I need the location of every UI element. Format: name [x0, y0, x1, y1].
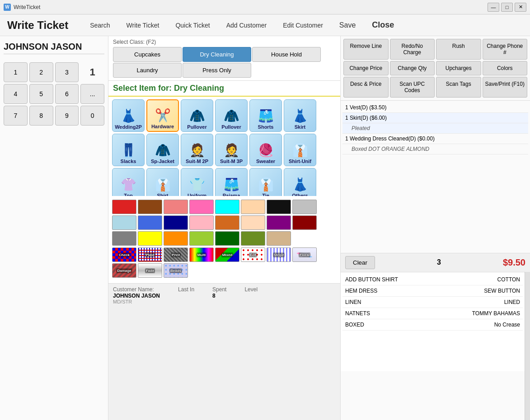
action-change-qty[interactable]: Change Qty — [390, 61, 435, 75]
action-save-print--f10-[interactable]: Save/Print (F10) — [483, 77, 528, 98]
pattern-multi[interactable]: Multi — [189, 247, 214, 262]
action-change-phone--[interactable]: Change Phone # — [483, 39, 528, 60]
pattern-fade[interactable]: Fade — [138, 263, 162, 278]
menu-save[interactable]: Save — [336, 19, 359, 31]
close-window-button[interactable]: ✕ — [515, 3, 526, 12]
scrollbar[interactable] — [525, 272, 530, 420]
color-swatch-yellowgreen[interactable] — [189, 231, 214, 246]
item-top[interactable]: 👚Top — [112, 168, 145, 196]
numpad-ellipsis[interactable]: ... — [80, 84, 104, 104]
color-swatch-peachpuff[interactable] — [241, 215, 265, 230]
item-tie[interactable]: 👔Tie — [249, 168, 282, 196]
pattern-check[interactable]: Check — [112, 247, 136, 262]
numpad-1[interactable]: 1 — [4, 62, 28, 82]
color-swatch-salmon[interactable] — [164, 200, 188, 214]
item-sp-jacket[interactable]: 🧥Sp-Jacket — [146, 134, 179, 166]
minimize-button[interactable]: — — [488, 3, 499, 12]
item-suit-m-3p[interactable]: 🤵Suit-M 3P — [215, 134, 248, 166]
action-colors[interactable]: Colors — [483, 61, 528, 75]
numpad-9[interactable]: 9 — [55, 106, 79, 126]
pattern-beads[interactable]: Beads — [164, 263, 188, 278]
item-shirt-unif[interactable]: 👔Shirt-Unif — [284, 134, 316, 166]
color-swatch-lightblue[interactable] — [112, 215, 136, 230]
color-swatch-silver[interactable] — [292, 200, 317, 214]
item-hardware[interactable]: ✂️Hardware — [146, 99, 179, 132]
item-pullover[interactable]: 🧥Pullover — [215, 99, 248, 132]
item-sweater[interactable]: 🧶Sweater — [249, 134, 282, 166]
numpad-3[interactable]: 3 — [55, 62, 79, 82]
numpad-5[interactable]: 5 — [29, 84, 53, 104]
color-swatch-olivedrab[interactable] — [241, 231, 265, 246]
pattern-print[interactable]: Print — [164, 247, 188, 262]
item-slacks[interactable]: 👖Slacks — [112, 134, 145, 166]
footer-lastin-col: Last In — [178, 286, 194, 304]
upcharge-row-2[interactable]: LINENLINED — [342, 297, 523, 308]
numpad-6[interactable]: 6 — [55, 84, 79, 104]
maximize-button[interactable]: □ — [501, 3, 513, 12]
item-uniform[interactable]: 👕Uniform — [181, 168, 213, 196]
upcharge-row-4[interactable]: BOXEDNo Crease — [342, 319, 523, 331]
action-scan-upc-codes[interactable]: Scan UPC Codes — [390, 77, 435, 98]
color-swatch-red[interactable] — [112, 200, 136, 214]
color-swatch-purple[interactable] — [267, 215, 291, 230]
item-pajama[interactable]: 🩳Pajama — [215, 168, 248, 196]
color-swatch-darkorange[interactable] — [164, 231, 188, 246]
upcharge-row-3[interactable]: NATNETSTOMMY BAHAMAS — [342, 308, 523, 319]
color-swatch-royalblue[interactable] — [138, 215, 162, 230]
upcharge-row-1[interactable]: HEM DRESSSEW BUTTON — [342, 285, 523, 297]
color-swatch-cyan[interactable] — [215, 200, 239, 214]
pattern-plaid[interactable]: Plaid — [138, 247, 162, 262]
color-swatch-tan[interactable] — [267, 231, 291, 246]
color-swatch-yellow[interactable] — [138, 231, 162, 246]
color-swatch-peach[interactable] — [241, 200, 265, 214]
action-change-price[interactable]: Change Price — [343, 61, 389, 75]
action-desc-&-price[interactable]: Desc & Price — [343, 77, 389, 98]
color-swatch-darkred[interactable] — [292, 215, 317, 230]
pattern-floral[interactable]: Floral — [292, 247, 317, 262]
item-label-12: Top — [124, 193, 132, 196]
menu-close[interactable]: Close — [368, 19, 398, 32]
pattern-damage[interactable]: Damage — [112, 263, 136, 278]
menu-add-customer[interactable]: Add Customer — [223, 20, 270, 31]
pattern-stripe[interactable]: Stripe — [267, 247, 291, 262]
color-swatch-lightpink[interactable] — [189, 215, 214, 230]
upcharge-row-0[interactable]: ADD BUTTON SHIRTCOTTON — [342, 274, 523, 285]
item-skirt[interactable]: 👗Skirt — [284, 99, 316, 132]
numpad-0[interactable]: 0 — [80, 106, 104, 126]
color-swatch-darkgreen[interactable] — [215, 231, 239, 246]
pattern-label-damage: Damage — [116, 268, 132, 273]
class-cupcakes[interactable]: Cupcakes — [113, 47, 182, 62]
menu-edit-customer[interactable]: Edit Customer — [279, 20, 327, 31]
menu-search[interactable]: Search — [86, 20, 113, 31]
action-upcharges[interactable]: Upcharges — [436, 61, 481, 75]
action-rush[interactable]: Rush — [436, 39, 481, 60]
class-dry-cleaning[interactable]: Dry Cleaning — [183, 47, 251, 62]
item-shirt[interactable]: 👔Shirt — [146, 168, 179, 196]
color-swatch-gray[interactable] — [112, 231, 136, 246]
numpad-2[interactable]: 2 — [29, 62, 53, 82]
menu-quick-ticket[interactable]: Quick Ticket — [172, 20, 213, 31]
color-swatch-black[interactable] — [267, 200, 291, 214]
item-wedding2p[interactable]: 👗Wedding2P — [112, 99, 145, 132]
class-house-hold[interactable]: House Hold — [252, 47, 321, 62]
action-redo-no-charge[interactable]: Redo/No Charge — [390, 39, 435, 60]
numpad-4[interactable]: 4 — [4, 84, 28, 104]
item-others[interactable]: 👗Others — [284, 168, 316, 196]
action-scan-tags[interactable]: Scan Tags — [436, 77, 481, 98]
numpad-7[interactable]: 7 — [4, 106, 28, 126]
class-laundry[interactable]: Laundry — [113, 63, 182, 78]
menu-write-ticket[interactable]: Write Ticket — [123, 20, 163, 31]
color-swatch-hotpink[interactable] — [189, 200, 214, 214]
color-swatch-brown[interactable] — [138, 200, 162, 214]
color-swatch-chocolate[interactable] — [215, 215, 239, 230]
pattern-mixed[interactable]: Mixed — [215, 247, 239, 262]
clear-button[interactable]: Clear — [345, 256, 375, 269]
action-remove-line[interactable]: Remove Line — [343, 39, 389, 60]
item-shorts[interactable]: 🩳Shorts — [249, 99, 282, 132]
pattern-dot[interactable]: Dot — [241, 247, 265, 262]
item-pullover[interactable]: 🧥Pullover — [181, 99, 213, 132]
item-suit-m-2p[interactable]: 🤵Suit-M 2P — [181, 134, 213, 166]
class-press-only[interactable]: Press Only — [183, 63, 251, 78]
color-swatch-darkblue[interactable] — [164, 215, 188, 230]
numpad-8[interactable]: 8 — [29, 106, 53, 126]
